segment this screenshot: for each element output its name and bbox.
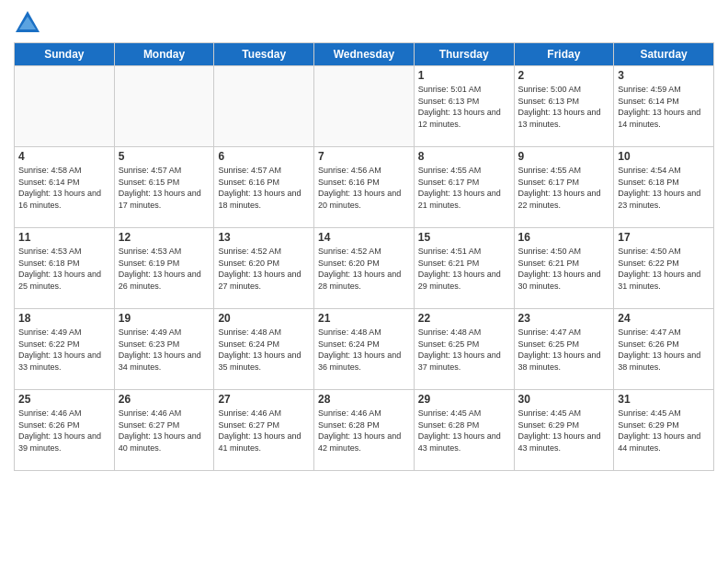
day-cell: 9Sunrise: 4:55 AM Sunset: 6:17 PM Daylig… [514,147,614,228]
day-info: Sunrise: 4:46 AM Sunset: 6:27 PM Dayligh… [218,408,310,454]
day-cell: 25Sunrise: 4:46 AM Sunset: 6:26 PM Dayli… [15,390,115,471]
day-number: 11 [18,231,110,244]
day-info: Sunrise: 4:55 AM Sunset: 6:17 PM Dayligh… [518,165,610,211]
logo [14,9,45,37]
day-cell: 5Sunrise: 4:57 AM Sunset: 6:15 PM Daylig… [114,147,214,228]
day-cell: 30Sunrise: 4:45 AM Sunset: 6:29 PM Dayli… [514,390,614,471]
day-info: Sunrise: 4:49 AM Sunset: 6:22 PM Dayligh… [18,327,110,373]
day-info: Sunrise: 4:59 AM Sunset: 6:14 PM Dayligh… [618,84,710,130]
day-info: Sunrise: 4:50 AM Sunset: 6:21 PM Dayligh… [518,246,610,292]
day-number: 30 [518,393,610,406]
weekday-thursday: Thursday [414,43,514,66]
day-cell: 20Sunrise: 4:48 AM Sunset: 6:24 PM Dayli… [214,309,314,390]
day-number: 24 [618,312,710,325]
day-cell: 31Sunrise: 4:45 AM Sunset: 6:29 PM Dayli… [614,390,714,471]
day-cell: 16Sunrise: 4:50 AM Sunset: 6:21 PM Dayli… [514,228,614,309]
header [14,9,714,37]
day-cell: 21Sunrise: 4:48 AM Sunset: 6:24 PM Dayli… [314,309,415,390]
day-number: 23 [518,312,610,325]
weekday-monday: Monday [114,43,214,66]
day-number: 1 [418,69,510,82]
weekday-wednesday: Wednesday [314,43,415,66]
day-cell: 15Sunrise: 4:51 AM Sunset: 6:21 PM Dayli… [414,228,514,309]
day-number: 16 [518,231,610,244]
day-cell: 8Sunrise: 4:55 AM Sunset: 6:17 PM Daylig… [414,147,514,228]
day-number: 2 [518,69,610,82]
day-info: Sunrise: 4:45 AM Sunset: 6:28 PM Dayligh… [418,408,510,454]
weekday-tuesday: Tuesday [214,43,314,66]
day-info: Sunrise: 4:48 AM Sunset: 6:24 PM Dayligh… [218,327,310,373]
day-cell: 4Sunrise: 4:58 AM Sunset: 6:14 PM Daylig… [15,147,115,228]
day-info: Sunrise: 4:57 AM Sunset: 6:15 PM Dayligh… [119,165,210,211]
week-row-3: 18Sunrise: 4:49 AM Sunset: 6:22 PM Dayli… [15,309,714,390]
day-info: Sunrise: 4:45 AM Sunset: 6:29 PM Dayligh… [618,408,710,454]
day-info: Sunrise: 4:47 AM Sunset: 6:25 PM Dayligh… [518,327,610,373]
weekday-header-row: SundayMondayTuesdayWednesdayThursdayFrid… [15,43,714,66]
weekday-saturday: Saturday [614,43,714,66]
day-info: Sunrise: 4:50 AM Sunset: 6:22 PM Dayligh… [618,246,710,292]
day-info: Sunrise: 4:55 AM Sunset: 6:17 PM Dayligh… [418,165,510,211]
calendar: SundayMondayTuesdayWednesdayThursdayFrid… [14,42,714,471]
day-number: 28 [318,393,410,406]
day-number: 12 [119,231,210,244]
day-cell [314,66,415,147]
day-number: 29 [418,393,510,406]
day-cell [214,66,314,147]
day-cell: 10Sunrise: 4:54 AM Sunset: 6:18 PM Dayli… [614,147,714,228]
day-cell: 1Sunrise: 5:01 AM Sunset: 6:13 PM Daylig… [414,66,514,147]
day-info: Sunrise: 4:51 AM Sunset: 6:21 PM Dayligh… [418,246,510,292]
day-cell: 28Sunrise: 4:46 AM Sunset: 6:28 PM Dayli… [314,390,415,471]
day-number: 15 [418,231,510,244]
day-cell: 7Sunrise: 4:56 AM Sunset: 6:16 PM Daylig… [314,147,415,228]
day-cell: 11Sunrise: 4:53 AM Sunset: 6:18 PM Dayli… [15,228,115,309]
day-number: 14 [318,231,410,244]
day-cell: 2Sunrise: 5:00 AM Sunset: 6:13 PM Daylig… [514,66,614,147]
day-number: 26 [119,393,210,406]
day-cell: 6Sunrise: 4:57 AM Sunset: 6:16 PM Daylig… [214,147,314,228]
day-info: Sunrise: 4:46 AM Sunset: 6:26 PM Dayligh… [18,408,110,454]
day-cell: 14Sunrise: 4:52 AM Sunset: 6:20 PM Dayli… [314,228,415,309]
day-number: 6 [218,150,310,163]
day-cell [114,66,214,147]
day-number: 18 [18,312,110,325]
day-number: 3 [618,69,710,82]
day-info: Sunrise: 4:53 AM Sunset: 6:19 PM Dayligh… [119,246,210,292]
day-cell: 19Sunrise: 4:49 AM Sunset: 6:23 PM Dayli… [114,309,214,390]
day-number: 7 [318,150,410,163]
day-number: 21 [318,312,410,325]
day-info: Sunrise: 4:56 AM Sunset: 6:16 PM Dayligh… [318,165,410,211]
day-info: Sunrise: 5:01 AM Sunset: 6:13 PM Dayligh… [418,84,510,130]
day-cell: 18Sunrise: 4:49 AM Sunset: 6:22 PM Dayli… [15,309,115,390]
day-number: 13 [218,231,310,244]
day-cell: 17Sunrise: 4:50 AM Sunset: 6:22 PM Dayli… [614,228,714,309]
day-cell: 29Sunrise: 4:45 AM Sunset: 6:28 PM Dayli… [414,390,514,471]
week-row-4: 25Sunrise: 4:46 AM Sunset: 6:26 PM Dayli… [15,390,714,471]
logo-icon [14,9,41,37]
day-info: Sunrise: 4:57 AM Sunset: 6:16 PM Dayligh… [218,165,310,211]
day-info: Sunrise: 4:53 AM Sunset: 6:18 PM Dayligh… [18,246,110,292]
week-row-2: 11Sunrise: 4:53 AM Sunset: 6:18 PM Dayli… [15,228,714,309]
day-cell: 24Sunrise: 4:47 AM Sunset: 6:26 PM Dayli… [614,309,714,390]
day-info: Sunrise: 4:46 AM Sunset: 6:27 PM Dayligh… [119,408,210,454]
day-cell: 23Sunrise: 4:47 AM Sunset: 6:25 PM Dayli… [514,309,614,390]
day-number: 10 [618,150,710,163]
page: SundayMondayTuesdayWednesdayThursdayFrid… [0,0,728,563]
day-info: Sunrise: 4:52 AM Sunset: 6:20 PM Dayligh… [318,246,410,292]
day-number: 19 [119,312,210,325]
day-number: 5 [119,150,210,163]
day-info: Sunrise: 4:58 AM Sunset: 6:14 PM Dayligh… [18,165,110,211]
day-number: 17 [618,231,710,244]
day-info: Sunrise: 4:54 AM Sunset: 6:18 PM Dayligh… [618,165,710,211]
weekday-friday: Friday [514,43,614,66]
week-row-1: 4Sunrise: 4:58 AM Sunset: 6:14 PM Daylig… [15,147,714,228]
weekday-sunday: Sunday [15,43,115,66]
day-info: Sunrise: 4:49 AM Sunset: 6:23 PM Dayligh… [119,327,210,373]
day-number: 20 [218,312,310,325]
day-number: 22 [418,312,510,325]
day-cell: 12Sunrise: 4:53 AM Sunset: 6:19 PM Dayli… [114,228,214,309]
day-info: Sunrise: 4:47 AM Sunset: 6:26 PM Dayligh… [618,327,710,373]
week-row-0: 1Sunrise: 5:01 AM Sunset: 6:13 PM Daylig… [15,66,714,147]
day-number: 31 [618,393,710,406]
day-info: Sunrise: 4:48 AM Sunset: 6:24 PM Dayligh… [318,327,410,373]
day-number: 27 [218,393,310,406]
